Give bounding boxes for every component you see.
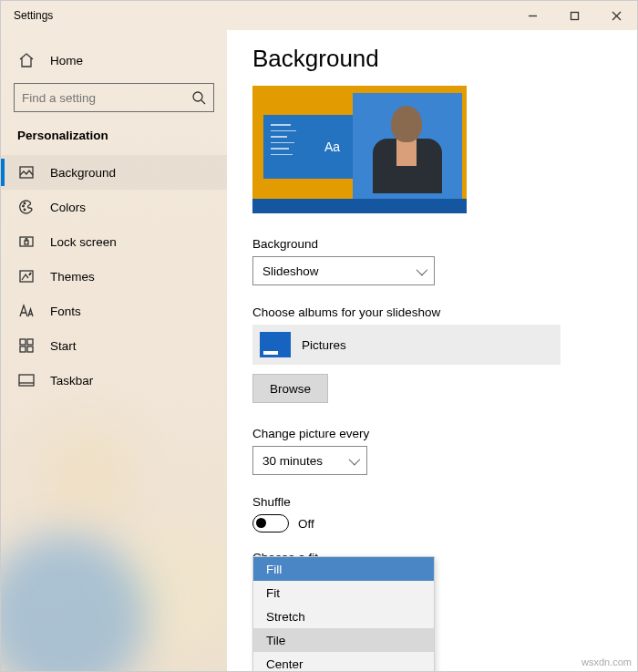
svg-rect-14 <box>27 339 33 345</box>
fit-option-stretch[interactable]: Stretch <box>253 605 434 628</box>
fit-option-center[interactable]: Center <box>253 652 434 671</box>
svg-point-8 <box>24 202 26 204</box>
svg-line-5 <box>201 100 205 104</box>
home-icon <box>17 51 36 69</box>
taskbar-icon <box>17 371 36 389</box>
svg-point-7 <box>23 205 25 207</box>
interval-label: Change picture every <box>252 427 612 440</box>
window-title: Settings <box>1 9 53 22</box>
sidebar-item-background[interactable]: Background <box>1 155 227 190</box>
start-icon <box>17 336 36 355</box>
svg-rect-15 <box>20 346 26 352</box>
svg-point-4 <box>193 92 202 101</box>
maximize-button[interactable] <box>553 1 595 30</box>
minimize-button[interactable] <box>511 1 553 30</box>
background-preview: Aa <box>252 86 467 213</box>
chevron-down-icon <box>349 454 357 468</box>
shuffle-state: Off <box>298 517 314 531</box>
background-combo-value: Slideshow <box>262 264 319 278</box>
sidebar-item-label: Colors <box>50 201 86 214</box>
themes-icon <box>17 267 36 285</box>
sidebar-home[interactable]: Home <box>1 43 227 78</box>
fit-dropdown[interactable]: Fill Fit Stretch Tile Center Span <box>252 556 435 671</box>
search-input[interactable] <box>22 91 191 105</box>
svg-rect-11 <box>25 241 28 244</box>
window-controls <box>511 1 637 30</box>
album-name: Pictures <box>302 338 346 352</box>
search-icon <box>191 90 206 105</box>
albums-label: Choose albums for your slideshow <box>252 305 612 319</box>
palette-icon <box>17 198 36 216</box>
sidebar-item-label: Lock screen <box>50 235 117 249</box>
fit-option-fit[interactable]: Fit <box>253 581 434 605</box>
sidebar-category-label: Personalization <box>1 119 227 155</box>
sidebar-item-themes[interactable]: Themes <box>1 259 227 294</box>
watermark: wsxdn.com <box>581 656 632 667</box>
folder-icon <box>260 332 291 357</box>
sidebar-item-label: Taskbar <box>50 374 93 388</box>
interval-combo-value: 30 minutes <box>262 454 323 468</box>
close-button[interactable] <box>595 1 637 30</box>
svg-rect-13 <box>20 339 26 345</box>
preview-sample-text: Aa <box>324 140 340 154</box>
album-item[interactable]: Pictures <box>252 325 561 365</box>
sidebar: Home Personalization Background Colors L… <box>1 30 227 671</box>
sidebar-item-start[interactable]: Start <box>1 328 227 363</box>
sidebar-item-taskbar[interactable]: Taskbar <box>1 363 227 398</box>
main-content: Background Aa Background Slideshow Choos… <box>227 30 637 671</box>
sidebar-item-lock-screen[interactable]: Lock screen <box>1 224 227 259</box>
background-combo[interactable]: Slideshow <box>252 256 435 285</box>
background-field-label: Background <box>252 237 612 251</box>
fit-option-fill[interactable]: Fill <box>253 557 434 581</box>
shuffle-label: Shuffle <box>252 495 612 509</box>
picture-icon <box>17 163 36 181</box>
shuffle-toggle[interactable] <box>252 514 289 532</box>
lock-screen-icon <box>17 233 36 251</box>
chevron-down-icon <box>417 264 425 278</box>
sidebar-item-label: Themes <box>50 270 95 284</box>
browse-button[interactable]: Browse <box>252 374 328 403</box>
sidebar-item-colors[interactable]: Colors <box>1 190 227 224</box>
svg-point-9 <box>24 209 26 211</box>
svg-rect-16 <box>27 346 33 352</box>
svg-rect-1 <box>571 12 578 19</box>
sidebar-item-label: Start <box>50 339 77 353</box>
interval-combo[interactable]: 30 minutes <box>252 446 367 475</box>
sidebar-item-label: Fonts <box>50 305 81 318</box>
search-input-wrapper[interactable] <box>14 83 214 112</box>
page-title: Background <box>252 45 612 73</box>
sidebar-item-fonts[interactable]: Fonts <box>1 294 227 328</box>
sidebar-home-label: Home <box>50 54 83 67</box>
fit-option-tile[interactable]: Tile <box>253 628 434 652</box>
sidebar-item-label: Background <box>50 166 116 180</box>
fonts-icon <box>17 302 36 320</box>
svg-rect-17 <box>19 375 34 386</box>
title-bar: Settings <box>1 1 637 30</box>
